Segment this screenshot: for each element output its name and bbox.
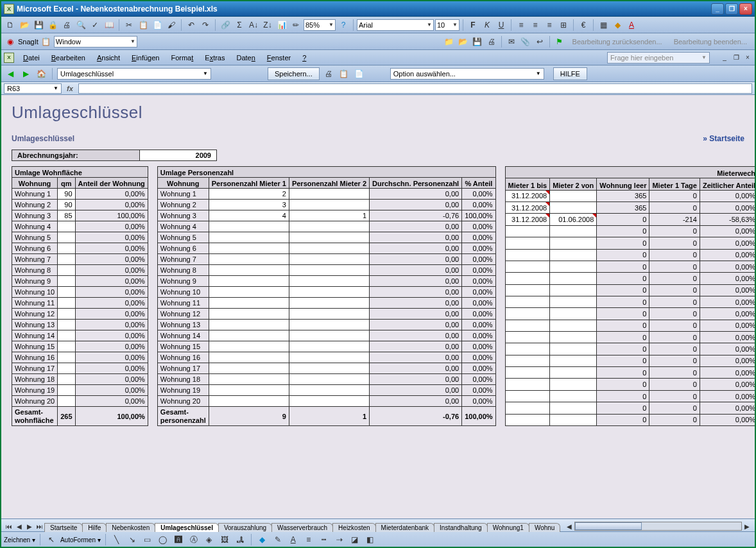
- new-folder-icon[interactable]: 📁: [443, 35, 456, 48]
- cell-pm2[interactable]: [289, 254, 369, 265]
- table-row[interactable]: Wohnung 9 0,00 0,00%: [157, 276, 495, 287]
- table-row[interactable]: 0 0 0,00%: [505, 414, 755, 425]
- arrowstyle-icon[interactable]: ⇢: [333, 533, 346, 546]
- cell-qm[interactable]: [58, 352, 75, 363]
- cell-m2von[interactable]: [550, 367, 597, 379]
- menu-extras[interactable]: Extras: [202, 53, 227, 63]
- cell-zeit[interactable]: -58,63%: [700, 214, 755, 225]
- print3-icon[interactable]: 🖨: [322, 67, 335, 80]
- tab-last-icon[interactable]: ⏭: [35, 521, 45, 531]
- cell-m1bis[interactable]: [505, 320, 550, 331]
- cell-wohnung[interactable]: Wohnung 10: [157, 287, 209, 298]
- cell-durch[interactable]: 0,00: [370, 330, 462, 341]
- cell-anteil[interactable]: 0,00%: [75, 298, 148, 309]
- cell-m2von[interactable]: [550, 343, 597, 355]
- table-row[interactable]: Wohnung 6 0,00 0,00%: [157, 243, 495, 254]
- option-combo[interactable]: Option auswählen...▼: [390, 68, 544, 80]
- merge-icon[interactable]: ⊞: [557, 19, 570, 31]
- cell-pct[interactable]: 0,00%: [462, 243, 495, 254]
- cell-wohnung[interactable]: Wohnung 16: [157, 352, 209, 363]
- table-row[interactable]: 0 0 0,00%: [505, 343, 755, 355]
- textbox-icon[interactable]: 🅰: [172, 533, 185, 546]
- cell-pm2[interactable]: [289, 309, 369, 320]
- bold-icon[interactable]: F: [467, 19, 479, 31]
- select-icon[interactable]: ↖: [45, 533, 58, 546]
- cell-pct[interactable]: 0,00%: [462, 265, 495, 276]
- cell-durch[interactable]: 0,00: [370, 254, 462, 265]
- cell-wohnung[interactable]: Wohnung 3: [12, 210, 58, 221]
- table-row[interactable]: 31.12.2008 01.06.2008 0 -214 -58,63%: [505, 214, 755, 225]
- cell-tage[interactable]: 0: [649, 261, 700, 272]
- chart-icon[interactable]: 📊: [275, 19, 288, 31]
- cell-pct[interactable]: 0,00%: [462, 221, 495, 232]
- cell-wohnung[interactable]: Wohnung 14: [157, 330, 209, 341]
- attach-icon[interactable]: 📎: [519, 35, 532, 48]
- table-row[interactable]: Wohnung 15 0,00 0,00%: [157, 341, 495, 352]
- hscroll-right-icon[interactable]: ▶: [742, 521, 752, 531]
- cell-m1bis[interactable]: [505, 308, 550, 320]
- cell-pm1[interactable]: [209, 330, 289, 341]
- table-row[interactable]: Wohnung 17 0,00%: [12, 363, 148, 374]
- table-row[interactable]: 0 0 0,00%: [505, 296, 755, 307]
- cell-pm1[interactable]: [209, 265, 289, 276]
- cell-m2von[interactable]: [550, 355, 597, 366]
- fontcolor2-icon[interactable]: A: [287, 533, 300, 546]
- cell-zeit[interactable]: 0,00%: [700, 225, 755, 237]
- cell-zeit[interactable]: 0,00%: [700, 343, 755, 355]
- cell-m2von[interactable]: 01.06.2008: [550, 214, 597, 225]
- sort-asc-icon[interactable]: A↓: [247, 19, 260, 31]
- cell-pm1[interactable]: [209, 309, 289, 320]
- menu-ansicht[interactable]: Ansicht: [94, 53, 123, 63]
- cell-zeit[interactable]: 0,00%: [700, 390, 755, 402]
- table-row[interactable]: Wohnung 8 0,00%: [12, 265, 148, 276]
- table-row[interactable]: Wohnung 14 0,00 0,00%: [157, 330, 495, 341]
- 3d-icon[interactable]: ◧: [364, 533, 377, 546]
- table-row[interactable]: Wohnung 12 0,00 0,00%: [157, 309, 495, 320]
- cut-icon[interactable]: ✂: [123, 19, 135, 31]
- cell-qm[interactable]: [58, 363, 75, 374]
- cell-leer[interactable]: 0: [597, 390, 649, 402]
- cell-m1bis[interactable]: [505, 225, 550, 237]
- table-row[interactable]: Wohnung 19 0,00 0,00%: [157, 385, 495, 396]
- table-row[interactable]: Wohnung 18 0,00 0,00%: [157, 374, 495, 385]
- cell-qm[interactable]: [58, 232, 75, 243]
- table-row[interactable]: Wohnung 1 90 0,00%: [12, 189, 148, 200]
- picture-icon[interactable]: 🏞: [234, 533, 246, 546]
- cell-pm2[interactable]: [289, 352, 369, 363]
- snagit-icon[interactable]: ◉: [4, 35, 17, 48]
- review-back[interactable]: Bearbeitung zurücksenden...: [567, 38, 667, 46]
- cell-pm1[interactable]: [209, 374, 289, 385]
- fx-icon[interactable]: fx: [64, 85, 76, 92]
- cell-anteil[interactable]: 0,00%: [75, 363, 148, 374]
- cell-tage[interactable]: 0: [649, 402, 700, 414]
- table-row[interactable]: 0 0 0,00%: [505, 273, 755, 284]
- cell-pct[interactable]: 0,00%: [462, 254, 495, 265]
- cell-qm[interactable]: 90: [58, 200, 75, 210]
- borders-icon[interactable]: ▦: [597, 19, 610, 31]
- cell-durch[interactable]: 0,00: [370, 385, 462, 396]
- italic-icon[interactable]: K: [481, 19, 494, 31]
- diagram-icon[interactable]: ◈: [203, 533, 216, 546]
- open2-icon[interactable]: 📂: [457, 35, 470, 48]
- cell-pct[interactable]: 0,00%: [462, 352, 495, 363]
- table-row[interactable]: 0 0 0,00%: [505, 261, 755, 272]
- cell-leer[interactable]: 0: [597, 237, 649, 249]
- cell-wohnung[interactable]: Wohnung 19: [157, 385, 209, 396]
- name-box[interactable]: R63▼: [4, 83, 62, 94]
- table-row[interactable]: 0 0 0,00%: [505, 390, 755, 402]
- cell-wohnung[interactable]: Wohnung 9: [157, 276, 209, 287]
- cell-durch[interactable]: 0,00: [370, 265, 462, 276]
- cell-wohnung[interactable]: Wohnung 5: [12, 232, 58, 243]
- cell-pct[interactable]: 0,00%: [462, 341, 495, 352]
- cell-pm1[interactable]: [209, 254, 289, 265]
- mdi-close[interactable]: ×: [743, 53, 752, 62]
- cell-pm1[interactable]: [209, 385, 289, 396]
- table-row[interactable]: 31.12.2008 365 0 0,00%: [505, 202, 755, 214]
- research-icon[interactable]: 📖: [103, 19, 116, 31]
- cell-m2von[interactable]: [550, 249, 597, 261]
- table-row[interactable]: Wohnung 6 0,00%: [12, 243, 148, 254]
- tab-next-icon[interactable]: ▶: [24, 521, 35, 531]
- speichern-button[interactable]: Speichern...: [268, 67, 320, 80]
- cell-wohnung[interactable]: Wohnung 11: [157, 298, 209, 309]
- table-row[interactable]: Wohnung 8 0,00 0,00%: [157, 265, 495, 276]
